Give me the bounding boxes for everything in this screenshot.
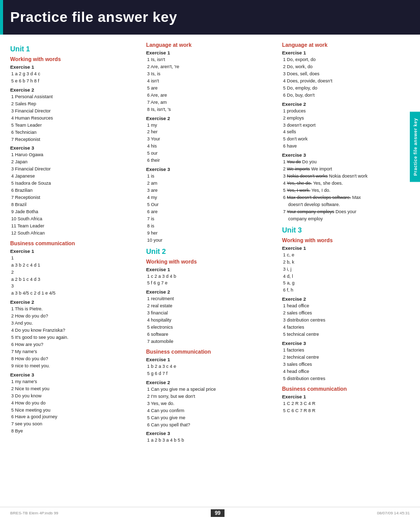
law2-ex1-items: 1 Do, export, do 2 Do, work, do 3 Does, … [282,56,410,99]
law1-ex3-label: Exercise 3 [146,166,274,172]
law1-ex1-label: Exercise 1 [146,50,274,55]
u3-ex3-label: Exercise 3 [282,340,410,346]
column-2: Language at work Exercise 1 1 Is, isn't … [142,42,278,444]
u2-bc-ex3-items: 1 a 2 b 3 a 4 b 5 b [146,437,274,444]
footer-left: BRES-TB Elem 4P.indb 99 [10,511,59,515]
main-content: Unit 1 Working with words Exercise 1 1 a… [0,35,420,454]
strikethrough-1: You do [287,159,301,164]
law2-ex2-label: Exercise 2 [282,101,410,107]
unit1-heading: Unit 1 [10,45,138,53]
law1-ex1-items: 1 Is, isn't 2 Are, aren't, 're 3 Is, is … [146,56,274,113]
strikethrough-5: Yes, I work. [287,188,310,193]
ex1-label: Exercise 1 [10,64,138,70]
wwwords-2: Working with words [146,258,274,265]
law2-ex3-items: 1 You do Do you 2 We imports We import 3… [282,159,410,222]
ex2-items: 1 Personal Assistant 2 Sales Rep 3 Finan… [10,94,138,143]
biz-comm-2: Business communication [146,349,274,355]
strikethrough-2: We imports [287,166,310,171]
u2-ex2-items: 1 recruitment 2 real estate 3 financial … [146,296,274,345]
bc-ex1-label: Exercise 1 [10,248,138,254]
bc-ex2-label: Exercise 2 [10,299,138,305]
u3-ex2-items: 1 head office 2 sales offices 3 distribu… [282,303,410,338]
ex2-label: Exercise 2 [10,87,138,93]
side-tab: Practice file answer key [410,112,420,182]
u3-ex3-items: 1 factories 2 technical centre 3 sales o… [282,347,410,383]
u2-bc-ex2-label: Exercise 2 [146,380,274,385]
ex3-items: 1 Haruo Ogawa 2 Japan 3 Financial Direct… [10,152,138,237]
strikethrough-3: Nokia doesn't works [287,173,328,179]
page-footer: BRES-TB Elem 4P.indb 99 99 08/07/09 14:4… [0,507,420,517]
page-title: Practice file answer key [10,9,177,25]
u3-bc-ex1-label: Exercise 1 [282,394,410,399]
footer-right: 08/07/09 14:45:31 [377,511,410,515]
column-3: Language at work Exercise 1 1 Do, export… [278,42,410,444]
u2-ex1-label: Exercise 1 [146,267,274,272]
column-1: Unit 1 Working with words Exercise 1 1 a… [10,42,142,444]
law2-ex1-label: Exercise 1 [282,50,410,55]
biz-comm-1: Business communication [10,240,138,246]
u2-bc-ex1-items: 1 b 2 a 3 c 4 e 5 g 6 d 7 f [146,363,274,378]
u2-ex1-items: 1 c 2 a 3 d 4 b 5 f 6 g 7 e [146,273,274,287]
page-header: Practice file answer key [0,0,420,35]
u3-ex2-label: Exercise 2 [282,296,410,302]
unit3-heading: Unit 3 [282,226,410,234]
u2-bc-ex1-label: Exercise 1 [146,357,274,362]
biz-comm-3: Business communication [282,386,410,392]
law2-ex2-items: 1 produces 2 employs 3 doesn't export 4 … [282,108,410,151]
law1-ex2-items: 1 my 2 her 3 Your 4 his 5 our 6 their [146,122,274,165]
working-with-words-1: Working with words [10,56,138,62]
ex3-label: Exercise 3 [10,145,138,151]
u2-bc-ex2-items: 1 Can you give me a special price 2 I'm … [146,386,274,429]
lang-at-work-1: Language at work [146,42,274,48]
page-number: 99 [211,509,225,517]
u3-ex1-label: Exercise 1 [282,245,410,251]
bc-ex3-label: Exercise 3 [10,372,138,378]
bc-ex2-items: 1 This is Pietre. 2 How do you do? 3 And… [10,306,138,369]
law2-ex3-label: Exercise 3 [282,152,410,158]
wwwords-3: Working with words [282,237,410,243]
u2-ex2-label: Exercise 2 [146,289,274,295]
lang-at-work-2: Language at work [282,42,410,48]
u3-bc-ex1-items: 1 C 2 R 3 C 4 R 5 C 6 C 7 R 8 R [282,400,410,415]
u2-bc-ex3-label: Exercise 3 [146,430,274,436]
strikethrough-6: Max doesn't develops software. [287,195,351,200]
ex1-items: 1 a 2 g 3 d 4 c 5 e 6 b 7 h 8 f [10,71,138,85]
bc-ex1-items: 1 a 3 b 2 c 4 d 1 2 a 2 b 1 c 4 d 3 3 a … [10,255,138,298]
u3-ex1-items: 1 c, e 2 b, k 3 i, j 4 d, l 5 a, g 6 f, … [282,252,410,295]
law1-ex2-label: Exercise 2 [146,115,274,121]
strikethrough-4: Yes, she do. [287,181,312,186]
strikethrough-7: Your company employs [287,209,334,214]
unit2-heading: Unit 2 [146,247,274,255]
law1-ex3-items: 1 is 2 am 3 are 4 my 5 Our 6 are 7 is 8 … [146,173,274,244]
bc-ex3-items: 1 my name's 2 Nice to meet you 3 Do you … [10,379,138,436]
